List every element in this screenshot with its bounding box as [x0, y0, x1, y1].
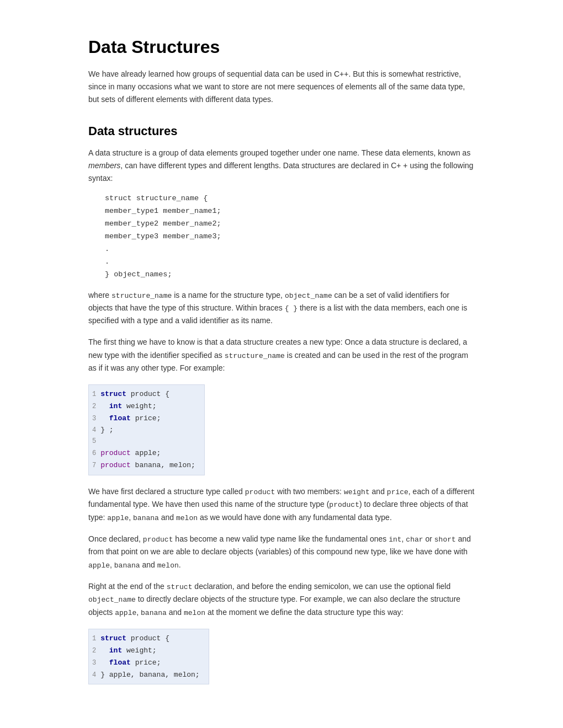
ic-product2: product — [329, 501, 359, 509]
ic-banana3: banana — [141, 609, 167, 617]
code-content-3: float price; — [100, 413, 169, 424]
line-num-3: 3 — [89, 414, 100, 425]
ic-struct: struct — [167, 583, 193, 591]
code-content-6: product apple; — [100, 447, 169, 459]
inline-code-object-name: object_name — [285, 292, 332, 300]
line-num-b2-2: 2 — [89, 646, 100, 657]
line-num-1: 1 — [89, 389, 100, 400]
line-num-b2-3: 3 — [89, 658, 100, 669]
code-content-b2-3: float price; — [100, 657, 169, 668]
para4: We have first declared a structure type … — [88, 485, 475, 524]
inline-code-structure-name2: structure_name — [225, 352, 285, 360]
code-line-5: 5 — [89, 436, 204, 447]
para5: Once declared, product has become a new … — [88, 533, 475, 571]
ic-weight: weight — [344, 488, 370, 496]
code-content-7: product banana, melon; — [100, 459, 204, 471]
ic-apple2: apple — [88, 561, 110, 570]
para6: Right at the end of the struct declarati… — [88, 580, 475, 619]
section1-title: Data structures — [88, 121, 475, 141]
ic-apple3: apple — [115, 609, 136, 617]
ic-banana2: banana — [114, 561, 140, 570]
ic-melon3: melon — [184, 609, 205, 617]
para2: where structure_name is a name for the s… — [88, 289, 475, 328]
code-line-7: 7 product banana, melon; — [89, 459, 204, 472]
line-num-6: 6 — [89, 448, 100, 459]
code-block-1: 1 struct product { 2 int weight; 3 float… — [88, 384, 205, 475]
inline-code-structure-name: structure_name — [111, 292, 172, 300]
ic-int: int — [389, 536, 401, 544]
ic-melon2: melon — [157, 561, 179, 570]
ic-product3: product — [143, 536, 173, 544]
code-line-3: 3 float price; — [89, 413, 204, 425]
code-content-b2-1: struct product { — [100, 633, 178, 644]
ic-apple1: apple — [107, 514, 129, 522]
code-line-b2-3: 3 float price; — [89, 657, 209, 669]
line-num-7: 7 — [89, 461, 100, 472]
code-line-b2-2: 2 int weight; — [89, 645, 209, 657]
section1-para1: A data structure is a group of data elem… — [88, 147, 475, 185]
ic-product1: product — [245, 488, 275, 496]
code-line-6: 6 product apple; — [89, 447, 204, 459]
inline-code-braces: { } — [285, 304, 298, 313]
ic-char: char — [406, 536, 423, 544]
code-content-2: int weight; — [100, 400, 165, 412]
line-num-5: 5 — [89, 436, 100, 447]
code-line-1: 1 struct product { — [89, 388, 204, 400]
code-line-b2-4: 4 } apple, banana, melon; — [89, 669, 209, 681]
code-line-b2-1: 1 struct product { — [89, 633, 209, 645]
ic-object-name2: object_name — [88, 596, 136, 604]
code-content-b2-4: } apple, banana, melon; — [100, 669, 208, 681]
intro-paragraph: We have already learned how groups of se… — [88, 68, 475, 106]
code-line-4: 4 } ; — [89, 424, 204, 436]
line-num-4: 4 — [89, 425, 100, 436]
ic-price: price — [387, 488, 408, 496]
ic-short: short — [434, 536, 456, 544]
line-num-2: 2 — [89, 402, 100, 413]
code-content-b2-2: int weight; — [100, 645, 165, 656]
line-num-b2-1: 1 — [89, 634, 100, 645]
code-content-1: struct product { — [100, 388, 178, 400]
code-line-2: 2 int weight; — [89, 400, 204, 413]
page-container: Data Structures We have already learned … — [44, 0, 519, 727]
syntax-block: struct structure_name { member_type1 mem… — [105, 192, 475, 281]
code-content-4: } ; — [100, 424, 122, 436]
ic-banana1: banana — [133, 514, 159, 522]
page-title: Data Structures — [88, 33, 475, 61]
line-num-b2-4: 4 — [89, 670, 100, 681]
code-block-2: 1 struct product { 2 int weight; 3 float… — [88, 629, 209, 684]
para3: The first thing we have to know is that … — [88, 336, 475, 374]
ic-melon1: melon — [176, 514, 198, 522]
